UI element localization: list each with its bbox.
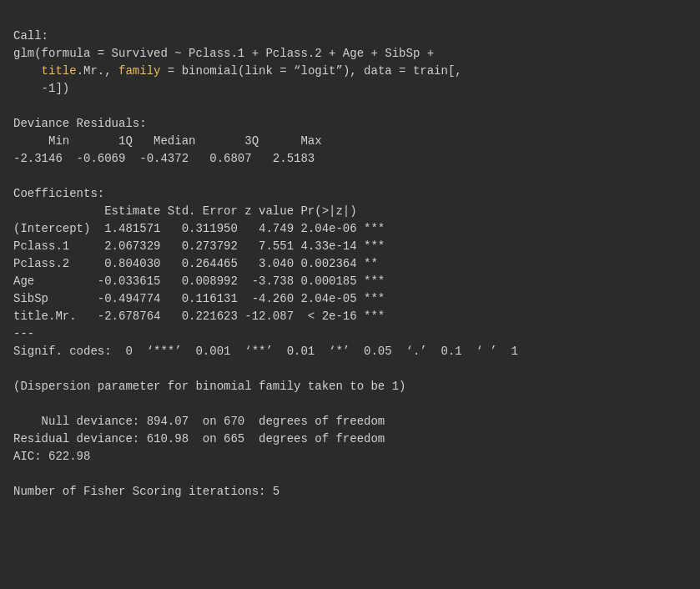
title-highlight: title (42, 64, 77, 78)
family-highlight: family (118, 64, 160, 78)
line-call: Call: glm(formula = Survived ~ Pclass.1 … (13, 29, 518, 498)
console-output: Call: glm(formula = Survived ~ Pclass.1 … (0, 0, 700, 589)
